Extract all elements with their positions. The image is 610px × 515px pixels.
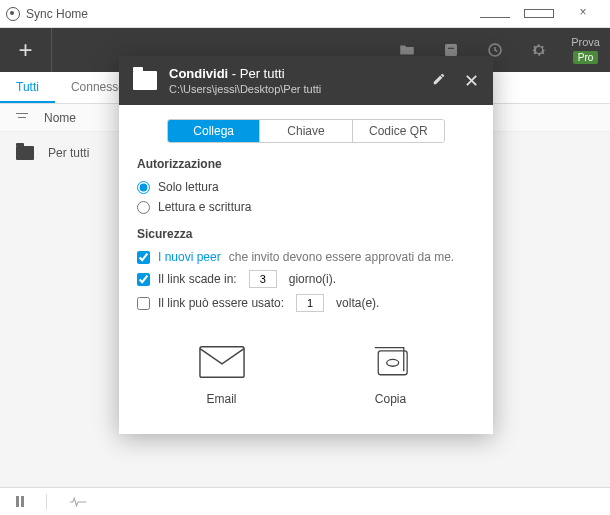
approve-peers-option[interactable]: I nuovi peer che invito devono essere ap… <box>137 247 475 267</box>
security-title: Sicurezza <box>137 227 475 241</box>
readwrite-radio[interactable] <box>137 201 150 214</box>
expire-days-input[interactable] <box>249 270 277 288</box>
approve-peers-checkbox[interactable] <box>137 251 150 264</box>
tab-qr[interactable]: Codice QR <box>352 120 444 142</box>
modal-overlay: Condividi - Per tutti C:\Users\jessi\Des… <box>0 0 610 515</box>
modal-header: Condividi - Per tutti C:\Users\jessi\Des… <box>119 56 493 105</box>
pencil-icon <box>432 72 446 86</box>
readonly-radio[interactable] <box>137 181 150 194</box>
expire-option[interactable]: Il link scade in: giorno(i). <box>137 267 475 291</box>
tab-link[interactable]: Collega <box>168 120 259 142</box>
mail-icon <box>199 345 245 382</box>
svg-rect-4 <box>378 351 407 375</box>
folder-icon <box>133 71 157 90</box>
svg-point-5 <box>386 359 398 366</box>
modal-close-button[interactable]: ✕ <box>464 74 479 88</box>
share-mode-tabs: Collega Chiave Codice QR <box>167 119 445 143</box>
uses-option[interactable]: Il link può essere usato: volta(e). <box>137 291 475 315</box>
tab-key[interactable]: Chiave <box>259 120 351 142</box>
svg-rect-3 <box>199 347 243 378</box>
readwrite-option[interactable]: Lettura e scrittura <box>137 197 475 217</box>
authorization-title: Autorizzazione <box>137 157 475 171</box>
copy-icon <box>368 345 414 382</box>
edit-button[interactable] <box>432 72 446 90</box>
expire-checkbox[interactable] <box>137 273 150 286</box>
uses-checkbox[interactable] <box>137 297 150 310</box>
modal-path: C:\Users\jessi\Desktop\Per tutti <box>169 83 420 95</box>
share-modal: Condividi - Per tutti C:\Users\jessi\Des… <box>119 56 493 434</box>
uses-count-input[interactable] <box>296 294 324 312</box>
readonly-option[interactable]: Solo lettura <box>137 177 475 197</box>
modal-title: Condividi - Per tutti <box>169 66 420 81</box>
email-action[interactable]: Email <box>199 345 245 406</box>
copy-action[interactable]: Copia <box>368 345 414 406</box>
